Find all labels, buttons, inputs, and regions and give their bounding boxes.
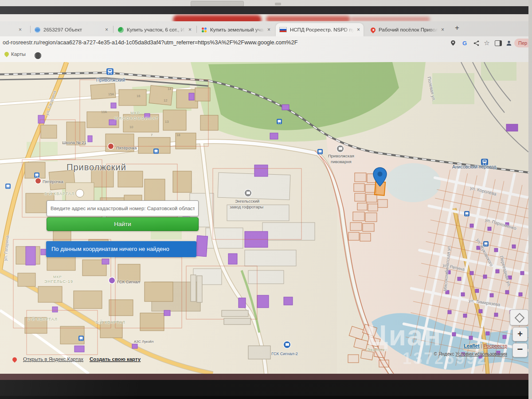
- map-viewport[interactable]: Приволжский ул. Гагарина ул. Гагарина Шк…: [0, 62, 528, 374]
- tab-buy-land[interactable]: Купить земельный участок ×: [198, 23, 274, 36]
- find-button[interactable]: Найти: [47, 217, 199, 231]
- garage-coop-icon: [284, 341, 290, 348]
- station-label: Приволжский: [96, 77, 125, 82]
- tab-object[interactable]: 2653297 Объект ×: [31, 23, 112, 36]
- yandex-map-links: Открыть в Яндекс.Картах Создать свою кар…: [12, 356, 141, 362]
- house-number: 10: [129, 125, 133, 129]
- tab-separator: [196, 26, 197, 33]
- leaflet-link[interactable]: Leaflet: [464, 343, 479, 348]
- tab-nspd-rosreestr-active[interactable]: НСПД Росреестр. NSPD пуб ×: [276, 23, 364, 36]
- photo-of-laptop-screen: × 2653297 Объект × Купить участок, 6 сот…: [0, 0, 532, 399]
- cadastral-search-input[interactable]: [47, 200, 199, 216]
- extension-globe-icon[interactable]: [35, 52, 41, 59]
- area-label-mkr-2: МКР: [53, 275, 62, 279]
- town-label-privolzhsky: Приволжский: [66, 162, 126, 172]
- zoom-in-button[interactable]: +: [512, 327, 528, 341]
- poi-label-school: Школа № 21: [62, 140, 86, 145]
- store-icon: [35, 178, 41, 184]
- zoom-out-button[interactable]: −: [512, 343, 528, 357]
- map-pin-favicon: [370, 27, 377, 34]
- tab-title: Купить участок, 6 сот., ИЖС: [127, 27, 185, 32]
- area-label-ecologia: Экология: [367, 348, 388, 352]
- house-number: 10А: [101, 110, 107, 114]
- wallpaper-red-shape: [350, 17, 430, 21]
- area-label-myasokombinat: МЯСОКОМБИНАТ: [114, 116, 159, 121]
- layers-diamond-icon: [515, 313, 525, 323]
- globe-favicon: [35, 27, 40, 33]
- yandex-attribution: © Яндекс Условия использования: [434, 351, 507, 356]
- google-icon[interactable]: G: [460, 39, 469, 47]
- house-number: 16: [137, 94, 140, 98]
- tab-close-icon[interactable]: ×: [105, 27, 108, 32]
- tab-strip: × 2653297 Объект × Купить участок, 6 сот…: [0, 21, 528, 36]
- poi-label-pyaterochka-2: Пятёрочка: [43, 179, 63, 184]
- layers-button[interactable]: [510, 309, 528, 325]
- listing-favicon: [118, 27, 124, 33]
- not-found-notification: По данным координатам ничего не найдено: [46, 241, 196, 257]
- tab-close-icon[interactable]: ×: [357, 27, 360, 32]
- house-number: 7: [151, 133, 153, 137]
- bookmark-pin-icon: [4, 51, 10, 57]
- photo-background-right: [528, 0, 532, 399]
- house-number: 13: [165, 120, 168, 124]
- poi-label-brewery-1: Приволжская: [328, 153, 354, 158]
- factory-icon: [245, 190, 251, 196]
- tab-title: НСПД Росреестр. NSPD пуб: [290, 27, 354, 32]
- wallpaper-red-shape: [173, 15, 262, 21]
- poi-label-pyaterochka: Пятёрочка: [116, 145, 137, 150]
- tab-title: Рабочий посёлок Привол: [379, 27, 438, 32]
- create-own-map-link[interactable]: Создать свою карту: [90, 356, 141, 362]
- rosreestr-link[interactable]: Росреестр: [484, 343, 507, 348]
- address-bar: od-rosreestr.ru/region/acaa6278-a727-4e3…: [0, 36, 528, 50]
- russian-flag-favicon: [279, 27, 287, 32]
- bookmark-star-icon[interactable]: ☆: [482, 39, 491, 47]
- desktop-wallpaper-strip: [0, 14, 528, 21]
- yandex-copyright: © Яндекс: [434, 351, 454, 356]
- yandex-pin-icon: [12, 356, 18, 362]
- house-number: 14: [168, 87, 171, 91]
- bookmark-maps[interactable]: Карты: [4, 51, 26, 57]
- share-icon[interactable]: [472, 39, 481, 47]
- location-pin-icon[interactable]: [449, 39, 458, 47]
- laptop-bezel: [0, 6, 532, 14]
- url-field[interactable]: od-rosreestr.ru/region/acaa6278-a727-4e3…: [3, 39, 297, 46]
- poi-label-brewery-2: пивоварня: [331, 159, 352, 164]
- sidebar-icon[interactable]: [494, 39, 503, 47]
- tab-privolzhsky[interactable]: Рабочий посёлок Привол ×: [367, 23, 448, 36]
- leaflet-attribution: Leaflet | Росреестр: [464, 343, 507, 348]
- brewery-icon: [337, 145, 344, 152]
- area-label-kvartal2: 2-Й КВАРТАЛ: [27, 317, 58, 321]
- poi-label-azs: АЗС Лукойл: [134, 340, 154, 344]
- tab-close-icon[interactable]: ×: [267, 27, 270, 32]
- poi-label-gsk-signal2: ГСК Сигнал-2: [271, 351, 298, 356]
- store-icon: [108, 144, 113, 149]
- area-label-kvartal3: 3-Й КВАРТАЛ: [95, 320, 125, 325]
- garage-coop-icon: [109, 278, 115, 283]
- tab-buy-plot[interactable]: Купить участок, 6 сот., ИЖС ×: [114, 23, 195, 36]
- bookmark-label: Карты: [11, 51, 26, 57]
- area-label-kvartal5: 5-Й КВАРТАЛ: [44, 192, 74, 196]
- browser-window: × 2653297 Объект × Купить участок, 6 сот…: [0, 21, 528, 374]
- tab-close-icon[interactable]: ×: [19, 27, 22, 32]
- poi-label-zavod-1: Энгельсский: [235, 199, 259, 203]
- tab-close-icon[interactable]: ×: [188, 27, 192, 32]
- poi-label-gsk-signal: ГСК Сигнал: [117, 279, 140, 284]
- tab-partial[interactable]: ×: [15, 23, 30, 36]
- open-in-yandex-maps-link[interactable]: Открыть в Яндекс.Картах: [23, 356, 83, 362]
- terms-of-use-link[interactable]: Условия использования: [455, 351, 507, 356]
- house-number: 12: [164, 98, 167, 102]
- tab-separator: [30, 26, 31, 33]
- wallpaper-red-shape: [266, 16, 350, 21]
- house-number: 18: [176, 133, 180, 137]
- tab-close-icon[interactable]: ×: [441, 27, 444, 32]
- tab-separator: [113, 26, 113, 33]
- attribution-separator: |: [481, 343, 482, 348]
- poi-label-zavod-2: завод гофротары: [230, 204, 263, 209]
- new-tab-button[interactable]: +: [455, 23, 459, 32]
- house-number: 15А: [108, 92, 114, 96]
- laptop-hinge-detail: [275, 3, 281, 5]
- profile-icon[interactable]: [505, 39, 513, 47]
- station-label-anisovsky: Анисовский переезд: [452, 164, 496, 169]
- area-label-engels19: ЭНГЕЛЬС-19: [44, 279, 73, 284]
- laptop-edge: [0, 396, 528, 399]
